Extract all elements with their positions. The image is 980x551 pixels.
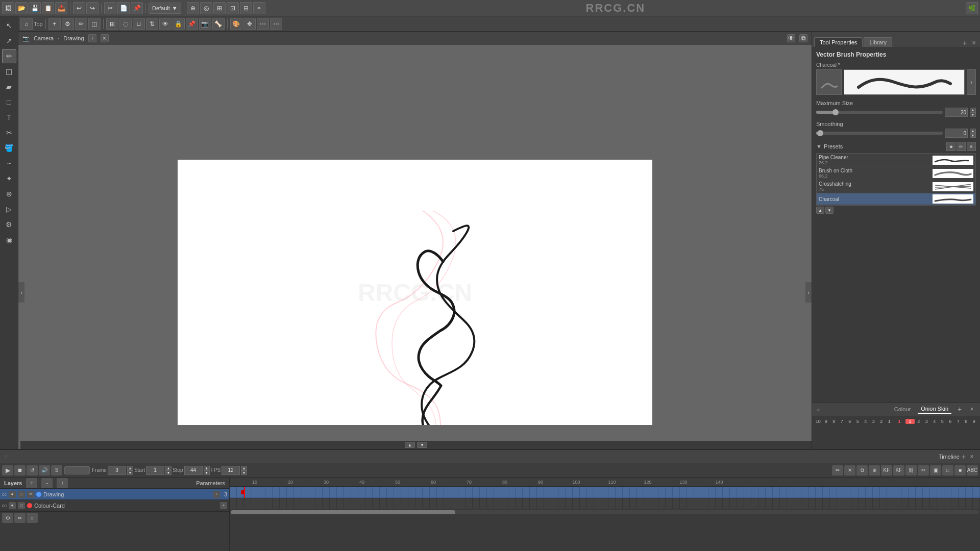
layer-row-colour-card[interactable]: cc ● □ Colour-Card + xyxy=(0,500,229,511)
tab-tool-properties[interactable]: Tool Properties xyxy=(814,37,863,47)
tool5-icon[interactable]: ⊟ xyxy=(240,2,252,14)
layer-icon[interactable]: ⧉ xyxy=(799,34,807,42)
select-tool[interactable]: ↖ xyxy=(2,18,16,33)
camera-tool[interactable]: ◉ xyxy=(2,233,16,247)
tl-rect2-btn[interactable]: □ xyxy=(942,465,953,475)
scroll-up-btn[interactable]: ▲ xyxy=(405,442,415,448)
grid-icon[interactable]: ⊞ xyxy=(106,18,118,30)
frame-up[interactable]: ▲ xyxy=(127,466,133,470)
panel-close-btn[interactable]: × xyxy=(970,39,978,47)
tl-rect3-btn[interactable]: ■ xyxy=(954,465,966,475)
rect-tool[interactable]: □ xyxy=(2,95,16,109)
tl-link-btn[interactable]: ⛓ xyxy=(905,465,917,475)
max-size-thumb[interactable] xyxy=(832,109,839,115)
flip-icon[interactable]: ⇅ xyxy=(146,18,158,30)
color-icon[interactable]: 🎨 xyxy=(230,18,242,30)
play-btn[interactable]: ▶ xyxy=(2,465,13,475)
eraser-tool[interactable]: ◫ xyxy=(2,64,16,79)
scroll-left-btn[interactable]: ‹ xyxy=(18,282,24,303)
max-size-input[interactable]: 20 xyxy=(945,108,968,117)
undo-icon[interactable]: ↩ xyxy=(73,2,85,14)
new-icon[interactable]: 🖼 xyxy=(2,2,14,14)
bone-view-icon[interactable]: 🦴 xyxy=(212,18,225,30)
preset-edit-btn[interactable]: ✏ xyxy=(957,142,966,151)
stop-up[interactable]: ▲ xyxy=(204,466,210,470)
preset-more-btn[interactable]: ≡ xyxy=(967,142,976,151)
mute-btn[interactable]: S xyxy=(51,465,62,475)
leaf-icon[interactable]: 🌿 xyxy=(966,2,978,14)
layer-tool2[interactable]: ✏ xyxy=(14,513,26,523)
max-size-slider[interactable]: 20 ▲ ▼ xyxy=(816,108,976,117)
stop-input[interactable]: 44 xyxy=(184,466,203,475)
repaint-tool[interactable]: ▰ xyxy=(2,80,16,94)
smoothing-up[interactable]: ▲ xyxy=(970,129,976,133)
presets-collapse-icon[interactable]: ▼ xyxy=(816,143,822,149)
max-size-down[interactable]: ▼ xyxy=(970,112,976,117)
tab-library[interactable]: Library xyxy=(864,37,892,47)
tool6-icon[interactable]: ⌖ xyxy=(253,2,265,14)
redo-icon[interactable]: ↪ xyxy=(86,2,99,14)
tl-brush-btn[interactable]: ✏ xyxy=(832,465,843,475)
onion-skin-tab[interactable]: Onion Skin xyxy=(918,405,951,414)
smoothing-track[interactable] xyxy=(816,132,943,135)
add-layer-btn[interactable]: + xyxy=(26,478,37,488)
more1-icon[interactable]: ⋯ xyxy=(257,18,269,30)
smoothing-slider[interactable]: 0 ▲ ▼ xyxy=(816,129,976,138)
brush-icon[interactable]: ✏ xyxy=(75,18,87,30)
preset-item-0[interactable]: Pipe Cleaner 26.2 xyxy=(817,154,975,167)
tl-insert-btn[interactable]: ⊕ xyxy=(869,465,880,475)
tl-kf-btn[interactable]: KF xyxy=(881,465,892,475)
brush-next-btn[interactable]: › xyxy=(967,69,976,95)
layer-add-colour-card[interactable]: + xyxy=(220,502,227,509)
guide-icon[interactable]: ⊔ xyxy=(133,18,145,30)
text-tool[interactable]: T xyxy=(2,110,16,124)
camera-view-icon[interactable]: 📷 xyxy=(199,18,211,30)
save-as-icon[interactable]: 📋 xyxy=(42,2,54,14)
settings-icon[interactable]: ⚙ xyxy=(62,18,74,30)
layer-tool3[interactable]: ≡ xyxy=(27,513,38,523)
more2-icon[interactable]: ⋯ xyxy=(270,18,282,30)
delete-layer-btn[interactable]: - xyxy=(41,478,53,488)
presets-up-btn[interactable]: ▲ xyxy=(816,207,824,214)
tl-copy-btn[interactable]: ⧉ xyxy=(856,465,868,475)
tool2-icon[interactable]: ◎ xyxy=(200,2,212,14)
timeline-close-btn[interactable]: × xyxy=(968,453,976,461)
eye-icon[interactable]: 👁 xyxy=(159,18,172,30)
frame-track-drawing[interactable] xyxy=(230,487,980,498)
onion-icon[interactable]: ◌ xyxy=(119,18,132,30)
smoothing-thumb[interactable] xyxy=(817,130,823,136)
smoothing-down[interactable]: ▼ xyxy=(970,133,976,138)
workspace-dropdown[interactable]: Default ▼ xyxy=(149,3,181,14)
eye-layer-icon[interactable]: 👁 xyxy=(787,34,795,42)
tool3-icon[interactable]: ⊞ xyxy=(213,2,226,14)
tl-kf2-btn[interactable]: KF xyxy=(893,465,904,475)
smooth-tool[interactable]: ~ xyxy=(2,156,16,170)
frame-track-colour-card[interactable] xyxy=(230,498,980,509)
brush-tool[interactable]: ✏ xyxy=(2,49,16,63)
canvas-expand-icon[interactable]: + xyxy=(88,34,96,42)
layer-add-drawing[interactable]: + xyxy=(213,491,220,498)
preset-item-1[interactable]: Brush on Cloth 66.2 xyxy=(817,167,975,180)
preset-item-3[interactable]: Charcoal xyxy=(817,193,975,205)
paint-tool[interactable]: 🪣 xyxy=(2,141,16,155)
pin-icon[interactable]: 📌 xyxy=(186,18,198,30)
sound-btn[interactable]: 🔊 xyxy=(39,465,50,475)
layer-eye-colour-card[interactable]: ● xyxy=(9,502,16,509)
max-size-up[interactable]: ▲ xyxy=(970,108,976,112)
morph-tool[interactable]: ⊛ xyxy=(2,187,16,201)
smoothing-input[interactable]: 0 xyxy=(945,129,968,138)
start-input[interactable]: 1 xyxy=(146,466,164,475)
canvas-close-icon[interactable]: × xyxy=(101,34,109,42)
import-icon[interactable]: 📥 xyxy=(55,2,67,14)
max-size-track[interactable] xyxy=(816,111,943,114)
fps-input[interactable]: 12 xyxy=(222,466,240,475)
presets-down-btn[interactable]: ▼ xyxy=(825,207,834,214)
timeline-menu-icon[interactable]: ≡ xyxy=(4,454,7,460)
tl-abc-btn[interactable]: ABC xyxy=(967,465,978,475)
preset-item-2[interactable]: Crosshatching 75 xyxy=(817,180,975,193)
cut-icon[interactable]: ✂ xyxy=(104,2,116,14)
tl-rect1-btn[interactable]: ▣ xyxy=(930,465,941,475)
drawing-canvas[interactable]: RRCG.CN xyxy=(178,160,652,425)
tl-delete-btn[interactable]: ✕ xyxy=(844,465,855,475)
fps-up[interactable]: ▲ xyxy=(241,466,247,470)
